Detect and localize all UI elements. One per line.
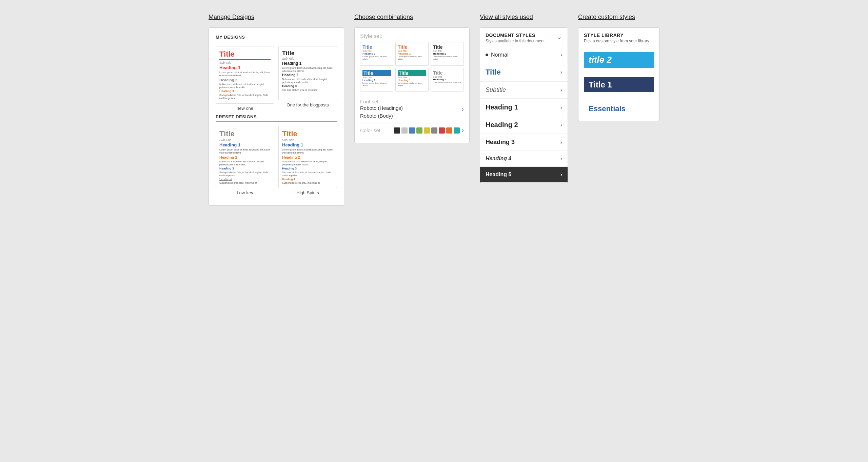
preset-card-preview: Title Sub Title Heading 1 Lorem ipsum do…: [216, 126, 274, 188]
library-item-essentials[interactable]: Essentials: [578, 97, 659, 121]
dc-subtitle-bar: [219, 59, 271, 60]
dc-body3: Sed quis dictum felis, ut tincidunt sapi…: [219, 94, 271, 100]
style-item-h3[interactable]: Heading 3 ›: [480, 134, 568, 151]
preset-card[interactable]: Title Sub Title Heading 1 Lorem ipsum do…: [216, 126, 274, 196]
combo-card[interactable]: Title Sub Title Heading 1 Lorem ipsum do…: [360, 42, 393, 66]
dc-body4: Suspendisse eros arcu, maximus at: [282, 181, 333, 184]
combo-subtitle: Sub Title: [433, 50, 461, 52]
color-set-label: Color set:: [360, 127, 382, 133]
style-item-chevron-icon: ›: [560, 52, 562, 58]
design-card[interactable]: Title Sub Title Heading 1 Lorem ipsum do…: [278, 46, 337, 111]
swatch: [401, 127, 408, 134]
color-swatches: [394, 127, 460, 134]
styles-collapse-icon[interactable]: ⌄: [556, 33, 562, 41]
style-name-subtitle: Subtitle: [486, 86, 506, 94]
dc-h1: Heading 1: [219, 65, 271, 70]
color-set-row[interactable]: Color set: ›: [360, 123, 464, 137]
library-item-title1[interactable]: Title 1: [578, 73, 659, 97]
library-subtitle: Pick a custom style from your library: [584, 39, 654, 43]
combo-h1: Heading 1: [433, 52, 461, 55]
styles-header: DOCUMENT STYLES Styles available in this…: [480, 28, 568, 47]
style-item-chevron-icon: ›: [560, 156, 562, 162]
create-styles-section: Create custom styles STYLE LIBRARY Pick …: [578, 14, 659, 121]
style-name-h5: Heading 5: [486, 172, 511, 178]
library-style-title2: title 2: [584, 52, 654, 68]
combo-body: Lorem ipsum dolor sit amet adipis: [398, 82, 426, 87]
preset-designs-grid: Title Sub Title Heading 1 Lorem ipsum do…: [216, 126, 337, 196]
combo-card[interactable]: Title Sub Title Heading 1 Lorem ipsum do…: [395, 42, 429, 66]
style-item-normal[interactable]: Normal ›: [480, 47, 568, 63]
swatch: [424, 127, 430, 134]
dc-h1: Heading 1: [219, 142, 271, 147]
swatch: [416, 127, 422, 134]
combo-h1: Heading 1: [362, 79, 391, 82]
color-set-chevron-icon: ›: [462, 127, 464, 134]
style-item-h1[interactable]: Heading 1 ›: [480, 99, 568, 116]
style-name-normal: Normal: [491, 52, 509, 58]
style-item-h5[interactable]: Heading 5 ›: [480, 167, 568, 183]
my-designs-label: MY DESIGNS: [216, 35, 337, 42]
swatch: [439, 127, 445, 134]
dc-h3: Heading 3: [219, 167, 271, 170]
designs-panel: MY DESIGNS Title Sub Title Heading 1 Lor…: [209, 27, 344, 206]
combo-title: Title: [362, 70, 391, 76]
combo-card[interactable]: Title Sub Title Heading 1 Lorem ipsum do…: [360, 68, 393, 92]
combo-h1: Heading 1: [433, 78, 461, 81]
style-item-subtitle[interactable]: Subtitle ›: [480, 82, 568, 99]
combo-card[interactable]: Title Sub Title Heading 1 Lorem ipsum do…: [431, 68, 464, 92]
font-set-label: Font set:: [360, 99, 403, 104]
dc-body3: Sed quis dictum felis, ut tincidunt: [282, 88, 333, 92]
combo-card[interactable]: Title Sub Title Heading 1 Lorem ipsum do…: [395, 68, 429, 92]
combo-card[interactable]: Title Sub Title Heading 1 Lorem ipsum do…: [431, 42, 464, 66]
combo-grid: Title Sub Title Heading 1 Lorem ipsum do…: [360, 42, 464, 92]
dc-title: Title: [282, 129, 333, 138]
design-card[interactable]: Title Sub Title Heading 1 Lorem ipsum do…: [216, 46, 274, 111]
font-set-row[interactable]: Font set: Roboto (Headings)Roboto (Body)…: [360, 95, 464, 123]
style-name-h4: Heading 4: [486, 156, 511, 162]
dc-body3: Sed quis dictum felis, ut tincidunt sapi…: [219, 171, 271, 177]
library-panel: STYLE LIBRARY Pick a custom style from y…: [578, 27, 659, 121]
dc-h2: Heading 2: [282, 155, 333, 159]
font-set-chevron-icon: ›: [462, 106, 464, 113]
dc-body4: Suspendisse eros arcu, maximus at: [219, 181, 271, 184]
swatch: [394, 127, 400, 134]
combo-title: Title: [362, 44, 391, 50]
design-card-name: new one: [216, 106, 274, 111]
manage-designs-section: Manage Designs MY DESIGNS Title Sub Titl…: [209, 14, 344, 206]
library-item-title2[interactable]: title 2: [578, 47, 659, 73]
style-item-h2[interactable]: Heading 2 ›: [480, 116, 568, 134]
combo-subtitle: Sub Title: [398, 76, 426, 79]
library-style-essentials: Essentials: [584, 102, 654, 116]
combo-body: Lorem ipsum dolor sit amet adipis: [398, 56, 426, 60]
view-styles-title: View all styles used: [480, 14, 568, 21]
dc-h3: Heading 3: [219, 89, 271, 93]
preset-card[interactable]: Title Sub Title Heading 1 Lorem ipsum do…: [278, 126, 337, 196]
styles-panel: DOCUMENT STYLES Styles available in this…: [480, 27, 568, 183]
style-name-h1: Heading 1: [486, 103, 518, 111]
dc-title: Title: [219, 50, 271, 59]
dc-body2: Nulla cursus nibh sed est tincidunt, feu…: [219, 83, 271, 89]
style-item-h4[interactable]: Heading 4 ›: [480, 151, 568, 167]
dc-h4: Heading 4: [219, 178, 271, 181]
combo-body: Lorem ipsum dolor sit amet adipis: [362, 82, 391, 87]
main-layout: Manage Designs MY DESIGNS Title Sub Titl…: [10, 14, 858, 206]
combo-title: Title: [398, 44, 426, 50]
dc-subtitle-text: Sub Title: [282, 57, 333, 60]
combo-h1: Heading 1: [398, 79, 426, 82]
preset-designs-label: PRESET DESIGNS: [216, 114, 337, 122]
dc-body: Lorem ipsum dolor sit amet adipiscing el…: [282, 66, 333, 73]
dc-h1: Heading 1: [282, 61, 333, 66]
style-item-title[interactable]: Title ›: [480, 63, 568, 82]
style-item-chevron-icon: ›: [560, 87, 562, 93]
preset-card-preview: Title Sub Title Heading 1 Lorem ipsum do…: [278, 126, 337, 188]
dc-h2: Heading 2: [282, 73, 333, 77]
dc-subtitle-text: Sub Title: [219, 138, 271, 142]
swatch: [454, 127, 460, 134]
combinations-section: Choose combinations Style set: Title Sub…: [354, 14, 470, 143]
style-item-chevron-icon: ›: [560, 139, 562, 145]
combo-body: Lorem ipsum dolor sit amet adipis: [362, 56, 391, 60]
preset-card-name: Low-key: [216, 190, 274, 195]
style-name-h3: Heading 3: [486, 139, 515, 146]
combo-subtitle: Sub Title: [362, 76, 391, 79]
design-card-preview: Title Sub Title Heading 1 Lorem ipsum do…: [278, 46, 337, 100]
